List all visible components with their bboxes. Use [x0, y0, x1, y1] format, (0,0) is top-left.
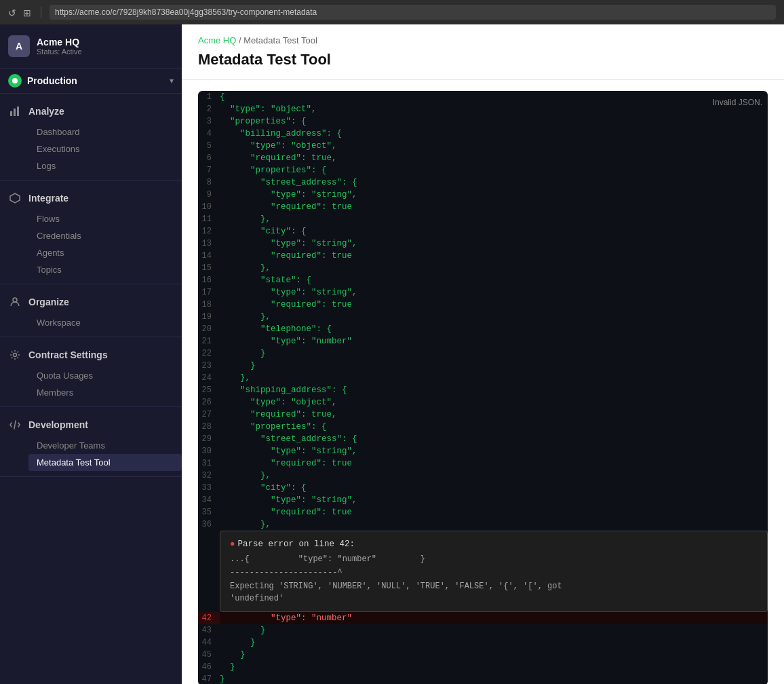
svg-rect-2 [17, 107, 19, 116]
code-line: 43 } [198, 624, 768, 636]
nav-section-contract-settings: Contract Settings Quota Usages Members [0, 337, 182, 407]
grid-icon[interactable]: ⊞ [23, 7, 33, 17]
sidebar-item-logs[interactable]: Logs [28, 157, 182, 174]
browser-controls[interactable]: ↺ ⊞ [8, 7, 33, 17]
error-header: ● Parse error on line 42: [230, 538, 758, 550]
code-line: 28 "properties": { [198, 421, 768, 433]
line-content: "required": true [220, 201, 768, 213]
line-number: 18 [198, 299, 220, 311]
line-content: }, [220, 518, 768, 531]
nav-section-header-integrate[interactable]: Integrate [0, 186, 182, 210]
code-line: 47} [198, 673, 768, 684]
line-content: } [220, 673, 768, 684]
sidebar-item-dashboard[interactable]: Dashboard [28, 124, 182, 140]
line-number: 6 [198, 152, 220, 164]
line-number: 25 [198, 384, 220, 396]
code-line: 2 "type": "object", [198, 103, 768, 115]
breadcrumb-parent[interactable]: Acme HQ [198, 35, 236, 45]
line-content: "street_address": { [220, 176, 768, 189]
code-editor[interactable]: Invalid JSON. 1{2 "type": "object",3 "pr… [198, 91, 768, 684]
line-content: }, [220, 372, 768, 384]
line-content: "properties": { [220, 164, 768, 176]
line-number: 30 [198, 445, 220, 457]
sidebar-item-topics[interactable]: Topics [28, 261, 182, 278]
code-line: 35 "required": true [198, 506, 768, 518]
contract-settings-icon [8, 348, 22, 362]
line-content: "type": "string", [220, 445, 768, 457]
line-content: "type": "string", [220, 189, 768, 201]
development-icon [8, 418, 22, 432]
sidebar-item-quota-usages[interactable]: Quota Usages [28, 367, 182, 384]
line-content: "city": { [220, 482, 768, 494]
nav-section-analyze: Analyze Dashboard Executions Logs [0, 94, 182, 180]
line-content: "billing_address": { [220, 128, 768, 140]
line-content: } [220, 661, 768, 673]
sidebar-item-members[interactable]: Members [28, 384, 182, 401]
line-content: } [220, 360, 768, 372]
line-number: 5 [198, 140, 220, 152]
line-content: "required": true [220, 299, 768, 311]
nav-section-header-contract-settings[interactable]: Contract Settings [0, 343, 182, 367]
breadcrumb: Acme HQ / Metadata Test Tool [198, 35, 768, 45]
code-line: 44 } [198, 636, 768, 649]
code-line: 13 "type": "string", [198, 238, 768, 250]
line-number: 2 [198, 103, 220, 115]
code-line: 24 }, [198, 372, 768, 384]
line-content: "type": "object", [220, 103, 768, 115]
line-content: "type": "string", [220, 238, 768, 250]
app-layout: A Acme HQ Status: Active Production ▾ [0, 24, 784, 684]
code-line: 17 "type": "string", [198, 286, 768, 299]
sidebar-item-flows[interactable]: Flows [28, 210, 182, 227]
account-name: Acme HQ [37, 37, 82, 48]
error-message: Expecting 'STRING', 'NUMBER', 'NULL', 'T… [230, 580, 758, 605]
account-header[interactable]: A Acme HQ Status: Active [0, 24, 182, 69]
line-content: }, [220, 213, 768, 225]
code-line: 33 "city": { [198, 482, 768, 494]
line-content: "street_address": { [220, 433, 768, 445]
svg-point-4 [13, 298, 17, 302]
line-number: 44 [198, 636, 220, 649]
sidebar-item-agents[interactable]: Agents [28, 244, 182, 261]
code-line: 12 "city": { [198, 225, 768, 238]
line-number: 32 [198, 470, 220, 482]
code-line: 34 "type": "string", [198, 494, 768, 506]
line-number: 29 [198, 433, 220, 445]
line-content: "properties": { [220, 421, 768, 433]
code-line: 31 "required": true [198, 457, 768, 470]
nav-section-header-development[interactable]: Development [0, 413, 182, 437]
integrate-label: Integrate [28, 193, 68, 204]
line-number: 36 [198, 518, 220, 531]
nav-section-header-analyze[interactable]: Analyze [0, 99, 182, 124]
code-line: 27 "required": true, [198, 408, 768, 421]
environment-selector[interactable]: Production ▾ [0, 69, 182, 94]
code-line: 10 "required": true [198, 201, 768, 213]
url-bar[interactable]: https://acme.co/c/7928j9kh8738ea00j4gg38… [50, 5, 776, 20]
line-number: 46 [198, 661, 220, 673]
line-content: "required": true, [220, 152, 768, 164]
line-number: 22 [198, 347, 220, 360]
main-content: Acme HQ / Metadata Test Tool Metadata Te… [182, 24, 784, 684]
sidebar-item-developer-teams[interactable]: Developer Teams [28, 437, 182, 454]
line-content: } [220, 636, 768, 649]
line-number: 12 [198, 225, 220, 238]
line-content: "telephone": { [220, 323, 768, 335]
sidebar-item-credentials[interactable]: Credentials [28, 227, 182, 244]
sidebar-item-metadata-test-tool[interactable]: Metadata Test Tool [28, 454, 182, 471]
line-content: }, [220, 262, 768, 274]
reload-icon[interactable]: ↺ [8, 7, 18, 17]
nav-section-organize: Organize Workspace [0, 284, 182, 337]
account-info: Acme HQ Status: Active [37, 37, 82, 56]
sidebar-item-workspace[interactable]: Workspace [28, 314, 182, 331]
line-content: "required": true [220, 457, 768, 470]
nav-section-header-organize[interactable]: Organize [0, 290, 182, 314]
sidebar-item-executions[interactable]: Executions [28, 140, 182, 157]
code-line: 42 "type": "number" [198, 612, 768, 624]
env-dot [8, 74, 22, 88]
code-line: 9 "type": "string", [198, 189, 768, 201]
line-content: "required": true [220, 250, 768, 262]
line-number: 34 [198, 494, 220, 506]
line-content: "type": "string", [220, 494, 768, 506]
error-tooltip: ● Parse error on line 42: ...{ "type": "… [220, 531, 768, 612]
line-content: }, [220, 470, 768, 482]
code-line: 3 "properties": { [198, 115, 768, 128]
